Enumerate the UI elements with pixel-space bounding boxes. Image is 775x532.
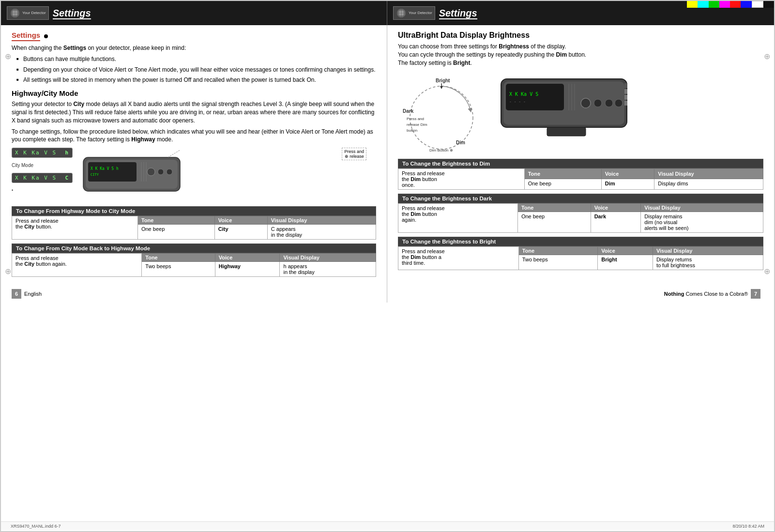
detector-badge-left: Your Detector bbox=[7, 6, 49, 20]
svg-point-17 bbox=[167, 169, 172, 175]
color-block-white bbox=[752, 1, 763, 8]
table2-th-visual: Visual Display bbox=[280, 254, 376, 262]
settings-bullets: Buttons can have multiple functions. Dep… bbox=[16, 55, 376, 84]
detector-sketch-right: X K Ka V S - - - - bbox=[499, 72, 763, 151]
settings-heading: Settings bbox=[12, 31, 40, 41]
dim-header-row: Press and releasethe Dim buttononce. Ton… bbox=[398, 169, 763, 179]
svg-rect-12 bbox=[88, 162, 137, 182]
display-1: X K Ka V S h bbox=[12, 148, 73, 158]
svg-point-38 bbox=[581, 98, 591, 108]
footer-cobra-text: Nothing Comes Close to a Cobra® bbox=[664, 291, 748, 297]
table1-header-row: Press and releasethe City button. Tone V… bbox=[12, 216, 376, 225]
file-name: XRS9470_MANL.indd 6-7 bbox=[11, 524, 61, 529]
svg-text:Bright: Bright bbox=[436, 78, 450, 83]
table2-th-tone: Tone bbox=[142, 254, 215, 262]
svg-point-40 bbox=[605, 99, 613, 107]
color-block-green bbox=[709, 1, 719, 8]
dim-caption: To Change the Brightness to Dim bbox=[398, 159, 763, 168]
svg-text:X K Ka V S: X K Ka V S bbox=[509, 91, 538, 97]
ultrabright-section: UltraBright Data Display Brightness You … bbox=[398, 31, 763, 67]
color-block-black bbox=[763, 1, 774, 8]
detector-label-right: Your Detector bbox=[409, 11, 432, 15]
left-column: Settings When changing the Settings on y… bbox=[1, 25, 387, 303]
print-date: 8/20/10 8:42 AM bbox=[732, 524, 764, 529]
dim-th-voice: Voice bbox=[601, 169, 654, 179]
color-block-cyan bbox=[698, 1, 708, 8]
bullet-1: Buttons can have multiple functions. bbox=[16, 55, 376, 63]
footer-right: Nothing Comes Close to a Cobra® 7 bbox=[664, 289, 763, 299]
svg-text:Press and: Press and bbox=[407, 117, 424, 121]
color-block-magenta bbox=[719, 1, 730, 8]
page-num-right: 7 bbox=[751, 289, 760, 299]
bright-header-row: Press and releasethe Dim button athird t… bbox=[398, 247, 763, 255]
settings-section: Settings When changing the Settings on y… bbox=[12, 31, 376, 84]
display-2: X K Ka V S C bbox=[12, 173, 73, 183]
color-strip bbox=[687, 1, 774, 8]
dim-th-tone: Tone bbox=[524, 169, 601, 179]
svg-rect-47 bbox=[624, 95, 627, 100]
table2-action-cell: Press and releasethe City button again. bbox=[12, 254, 142, 277]
display-1-container: X K Ka V S h bbox=[12, 148, 73, 158]
footer-english: English bbox=[24, 291, 42, 297]
dim-action-cell: Press and releasethe Dim buttononce. bbox=[398, 169, 525, 190]
table2-tone: Two beeps bbox=[142, 262, 215, 277]
detector-label-left: Your Detector bbox=[22, 11, 46, 15]
table1-caption: To Change From Highway Mode to City Mode bbox=[12, 206, 376, 216]
detector-area-left: X K Ka V S h City Mode X K Ka V S C • Pr… bbox=[12, 148, 376, 202]
svg-point-15 bbox=[147, 168, 155, 176]
bright-th-tone: Tone bbox=[518, 247, 598, 255]
display-2-container: X K Ka V S C bbox=[12, 173, 73, 183]
svg-point-16 bbox=[158, 169, 164, 175]
ultrabright-body: You can choose from three settings for B… bbox=[398, 43, 763, 67]
dim-visual: Display dims bbox=[654, 179, 763, 190]
highway-city-heading: Highway/City Mode bbox=[12, 89, 376, 97]
page-num-left: 6 bbox=[12, 289, 21, 299]
bullet-2: Depending on your choice of Voice Alert … bbox=[16, 66, 376, 74]
left-header-title: Settings bbox=[53, 8, 91, 19]
svg-text:X K Ka V S h: X K Ka V S h bbox=[91, 167, 119, 171]
svg-line-18 bbox=[168, 150, 180, 157]
svg-text:Press and release: Press and release bbox=[432, 153, 463, 154]
bright-th-visual: Visual Display bbox=[653, 247, 763, 255]
reg-mark-right-bottom: ⊕ bbox=[764, 267, 770, 276]
table2-th-voice: Voice bbox=[215, 254, 280, 262]
reg-mark-left-bottom: ⊕ bbox=[5, 267, 11, 276]
dark-table: To Change the Brightness to Dark Press a… bbox=[398, 194, 763, 233]
color-block-yellow bbox=[687, 1, 698, 8]
highway-to-city-table: To Change From Highway Mode to City Mode… bbox=[12, 206, 376, 240]
dim-tone: One beep bbox=[524, 179, 601, 190]
detector-svg-right: X K Ka V S - - - - bbox=[499, 72, 634, 149]
table1-th-tone: Tone bbox=[137, 216, 214, 225]
brightness-cycle-diagram: Bright Dark Press and release Dim button… bbox=[398, 72, 495, 154]
left-title-underline: Settings bbox=[53, 8, 91, 19]
table2-visual: h appearsin the display bbox=[280, 262, 376, 277]
table2-header-row: Press and releasethe City button again. … bbox=[12, 254, 376, 262]
svg-rect-49 bbox=[624, 83, 627, 88]
svg-text:button: button bbox=[407, 128, 417, 133]
right-header-title: Settings bbox=[439, 8, 477, 19]
svg-text:CITY: CITY bbox=[91, 173, 99, 177]
bright-voice: Bright bbox=[598, 255, 653, 270]
dark-th-visual: Visual Display bbox=[641, 204, 763, 212]
detector-sketch-area: Press and⊕ release X K Ka V S h CITY bbox=[78, 148, 376, 202]
table1-th-visual: Visual Display bbox=[267, 216, 376, 225]
brightness-svg: Bright Dark Press and release Dim button… bbox=[398, 72, 495, 154]
dark-visual: Display remainsdim (no visualalerts will… bbox=[641, 212, 763, 233]
highway-body2: To change settings, follow the procedure… bbox=[12, 128, 376, 144]
ultrabright-heading: UltraBright Data Display Brightness bbox=[398, 31, 763, 40]
detector-icon-right bbox=[396, 8, 407, 18]
city-mode-label: City Mode bbox=[12, 163, 73, 168]
table1-tone: One beep bbox=[137, 225, 214, 240]
svg-text:Dim: Dim bbox=[456, 140, 465, 145]
svg-text:- - - -: - - - - bbox=[509, 100, 526, 104]
page-container: Your Detector Settings Your Detector Set… bbox=[0, 0, 775, 532]
bullet-3: All settings will be stored in memory wh… bbox=[16, 76, 376, 84]
highway-body1: Setting your detector to City mode delay… bbox=[12, 100, 376, 124]
displays-left: X K Ka V S h City Mode X K Ka V S C • bbox=[12, 148, 73, 193]
svg-rect-45 bbox=[547, 127, 586, 136]
bright-action-cell: Press and releasethe Dim button athird t… bbox=[398, 247, 519, 270]
bright-visual: Display returnsto full brightness bbox=[653, 255, 763, 270]
color-block-blue bbox=[741, 1, 751, 8]
svg-point-39 bbox=[594, 99, 602, 107]
print-info-bar: XRS9470_MANL.indd 6-7 8/20/10 8:42 AM bbox=[1, 521, 774, 530]
